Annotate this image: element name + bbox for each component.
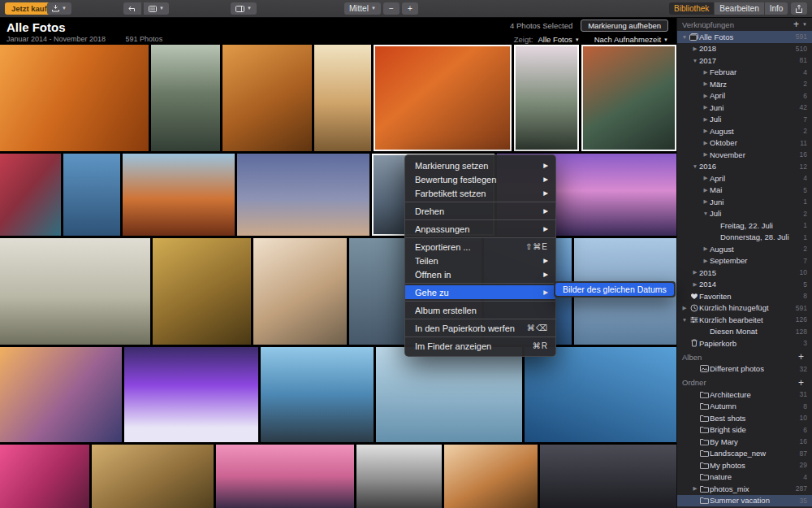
photo-thumbnail-market-stalls[interactable] — [444, 445, 538, 508]
sidebar-item-autumn[interactable]: Autumn8 — [677, 401, 812, 413]
chevron-right-icon[interactable]: ▶ — [691, 485, 699, 492]
add-alben-button[interactable]: + — [798, 353, 804, 361]
chevron-right-icon[interactable]: ▶ — [702, 151, 710, 158]
sidebar-item-2015[interactable]: ▶201510 — [677, 267, 812, 279]
photo-thumbnail-star-trails[interactable] — [237, 154, 369, 236]
tab-info[interactable]: Info — [765, 2, 788, 15]
photo-thumbnail-fisheye-city[interactable] — [261, 347, 374, 441]
photo-thumbnail-bridge-sunset[interactable] — [0, 347, 122, 441]
sidebar-item-nature[interactable]: nature4 — [677, 471, 812, 484]
photo-thumbnail-pumpkin-harvest[interactable] — [222, 45, 312, 151]
chevron-right-icon[interactable]: ▶ — [702, 198, 710, 205]
photo-thumbnail-night-crowd[interactable] — [540, 445, 676, 508]
sidebar-item-best-shots[interactable]: Best shots10 — [677, 412, 812, 424]
photo-thumbnail-kangaroo[interactable] — [92, 445, 214, 508]
chevron-down-icon[interactable]: ▼ — [691, 58, 699, 63]
sidebar-item-bright-side[interactable]: Bright side6 — [677, 424, 812, 436]
photo-thumbnail-misty-tree[interactable] — [514, 45, 579, 151]
photo-thumbnail-baby-portrait[interactable] — [253, 238, 347, 345]
tab-bibliothek[interactable]: Bibliothek — [669, 2, 714, 15]
sidebar-item-2017[interactable]: ▼201781 — [677, 54, 812, 67]
menu-item-farbetikett-setzen[interactable]: Farbetikett setzen▶ — [405, 186, 555, 200]
import-button[interactable]: ▼ — [47, 2, 71, 15]
add-shortcut-button[interactable]: + — [793, 20, 799, 28]
sidebar-item-märz[interactable]: ▶März2 — [677, 78, 812, 90]
chevron-down-icon[interactable]: ▼ — [802, 22, 807, 27]
sidebar-item-papierkorb[interactable]: Papierkorb3 — [677, 337, 812, 350]
sort-order-dropdown[interactable]: Nach Aufnahmezeit ▼ — [594, 35, 668, 44]
chevron-right-icon[interactable]: ▶ — [691, 269, 699, 276]
sidebar-item-april[interactable]: ▶April6 — [677, 90, 812, 102]
sidebar-item-oktober[interactable]: ▶Oktober11 — [677, 137, 812, 150]
chevron-right-icon[interactable]: ▶ — [702, 69, 710, 76]
sidebar-item-august[interactable]: ▶August2 — [677, 243, 812, 255]
photo-thumbnail-geishas[interactable] — [0, 154, 61, 236]
menu-item-anpassungen[interactable]: Anpassungen▶ — [405, 222, 555, 236]
zoom-in-button[interactable]: + — [402, 2, 418, 15]
chevron-down-icon[interactable]: ▼ — [680, 317, 689, 323]
sidebar-item-februar[interactable]: ▶Februar4 — [677, 67, 812, 79]
sidebar-item-kürzlich-hinzugefügt[interactable]: ▶Kürzlich hinzugefügt591 — [677, 302, 812, 315]
sidebar-item-my-photos[interactable]: My photos29 — [677, 459, 812, 471]
chevron-down-icon[interactable]: ▼ — [691, 163, 699, 169]
menu-item-in-den-papierkorb-werfen[interactable]: In den Papierkorb werfen⌘⌫ — [405, 321, 555, 335]
menu-item-im-finder-anzeigen[interactable]: Im Finder anzeigen⌘R — [405, 339, 555, 353]
menu-item-drehen[interactable]: Drehen▶ — [405, 204, 555, 218]
sidebar-item-kürzlich-bearbeitet[interactable]: ▼Kürzlich bearbeitet126 — [677, 314, 812, 326]
chevron-right-icon[interactable]: ▶ — [680, 305, 689, 311]
view-options-button[interactable]: ▼ — [144, 2, 169, 15]
photo-thumbnail-windmill-sunset[interactable] — [216, 445, 354, 508]
zoom-out-button[interactable]: − — [383, 2, 400, 15]
sidebar-item-juni[interactable]: ▶Juni1 — [677, 196, 812, 208]
photo-thumbnail-desert-rocks[interactable] — [123, 154, 235, 236]
menu-item-album-erstellen[interactable]: Album erstellen — [405, 303, 555, 317]
chevron-right-icon[interactable]: ▶ — [702, 93, 710, 99]
sidebar-item-diesen-monat[interactable]: Diesen Monat128 — [677, 326, 812, 338]
chevron-right-icon[interactable]: ▶ — [702, 128, 710, 134]
photo-thumbnail-blue-alley[interactable] — [63, 154, 120, 236]
menu-item-exportieren[interactable]: Exportieren ...⇧⌘E — [405, 240, 555, 254]
photo-thumbnail-waterfall[interactable] — [151, 45, 220, 151]
sidebar-item-summer-vacation[interactable]: Summer vacation35 — [677, 495, 812, 507]
tab-bearbeiten[interactable]: Bearbeiten — [715, 2, 763, 15]
sidebar-item-mai[interactable]: ▶Mai5 — [677, 185, 812, 197]
chevron-right-icon[interactable]: ▶ — [702, 104, 710, 111]
chevron-right-icon[interactable]: ▶ — [702, 187, 710, 193]
sidebar-item-september[interactable]: ▶September7 — [677, 255, 812, 267]
sidebar-item-alle-fotos[interactable]: ▼Alle Fotos591 — [677, 31, 812, 43]
sidebar-item-photos-mix[interactable]: ▶photos_mix287 — [677, 483, 812, 495]
menu-item-markierung-setzen[interactable]: Markierung setzen▶ — [405, 158, 555, 172]
photo-thumbnail-red-maple-leaves[interactable] — [374, 45, 512, 151]
sidebar-item-juli[interactable]: ▶Juli7 — [677, 114, 812, 126]
sidebar-item-juni[interactable]: ▶Juni42 — [677, 102, 812, 114]
sidebar-item-architecture[interactable]: Architecture31 — [677, 389, 812, 401]
sidebar-item-2018[interactable]: ▶2018510 — [677, 43, 812, 55]
photo-thumbnail-glass-towers[interactable] — [525, 347, 676, 441]
submenu-item-bilder-des-gleichen-datums[interactable]: Bilder des gleichen Datums — [555, 283, 674, 296]
sidebar-item-2016[interactable]: ▼201612 — [677, 161, 812, 173]
photo-thumbnail-girl-with-umbrella[interactable] — [314, 45, 371, 151]
chevron-right-icon[interactable]: ▶ — [702, 175, 710, 181]
chevron-down-icon[interactable]: ▼ — [702, 211, 710, 216]
sidebar-item-by-mary[interactable]: By Mary16 — [677, 436, 812, 448]
back-navigation-button[interactable] — [123, 2, 141, 15]
chevron-right-icon[interactable]: ▶ — [691, 281, 699, 288]
sidebar-item-landscape-new[interactable]: Landscape_new87 — [677, 448, 812, 460]
photo-thumbnail-street-crossing[interactable] — [356, 445, 442, 508]
sidebar-item-november[interactable]: ▶November16 — [677, 149, 812, 161]
chevron-right-icon[interactable]: ▶ — [702, 258, 710, 264]
chevron-right-icon[interactable]: ▶ — [691, 46, 699, 52]
photo-thumbnail-foggy-balustrade[interactable] — [0, 238, 150, 345]
menu-item-gehe-zu[interactable]: Gehe zu▶ — [405, 285, 555, 299]
photo-thumbnail-temple-dragon[interactable] — [581, 45, 676, 151]
menu-item-bewertung-festlegen[interactable]: Bewertung festlegen▶ — [405, 172, 555, 186]
sidebar-item-august[interactable]: ▶August2 — [677, 125, 812, 137]
sidebar-item-2014[interactable]: ▶20145 — [677, 279, 812, 291]
photo-thumbnail-mosque-corridor[interactable] — [124, 347, 258, 441]
chevron-right-icon[interactable]: ▶ — [702, 245, 710, 252]
sidebar-item-favoriten[interactable]: Favoriten8 — [677, 290, 812, 302]
photo-thumbnail-horses-at-sunset[interactable] — [0, 45, 149, 151]
sidebar-item-freitag-22-juli[interactable]: Freitag, 22. Juli1 — [677, 219, 812, 232]
show-filter-dropdown[interactable]: Zeigt: Alle Fotos ▼ — [514, 35, 580, 44]
add-ordner-button[interactable]: + — [798, 379, 804, 387]
